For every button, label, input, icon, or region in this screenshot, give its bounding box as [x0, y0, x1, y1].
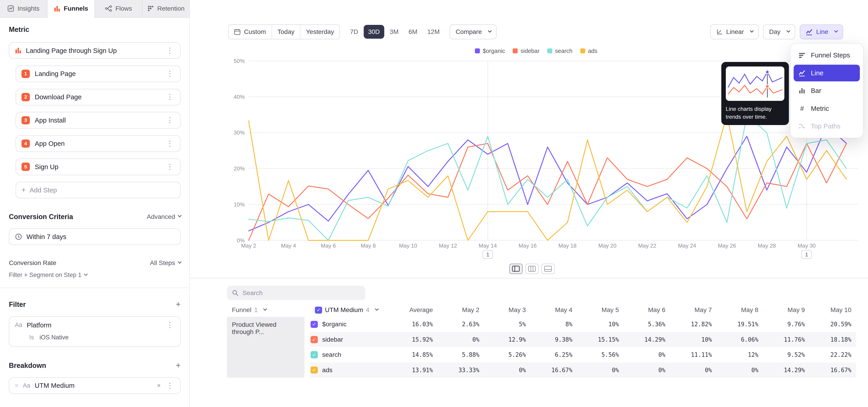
filter-platform-card[interactable]: Aa Platform ⋮ Is iOS Native [9, 316, 181, 347]
layout-split-toggle[interactable] [509, 264, 523, 274]
funnel-column-header[interactable]: Funnel1 [227, 304, 310, 317]
granularity-dropdown[interactable]: Day [763, 24, 795, 39]
kebab-menu-icon[interactable]: ⋮ [165, 382, 175, 389]
kebab-menu-icon[interactable]: ⋮ [165, 70, 175, 77]
chevron-down-icon [84, 272, 88, 276]
funnel-step-2[interactable]: 2Download Page⋮ [16, 89, 181, 105]
column-header: May 4 [531, 304, 578, 317]
filter-segment-toggle[interactable]: Filter + Segment on Step 1 [9, 272, 181, 279]
kebab-menu-icon[interactable]: ⋮ [165, 47, 175, 54]
granularity-label: Day [769, 28, 780, 35]
funnel-title-card[interactable]: Landing Page through Sign Up ⋮ [9, 42, 181, 59]
add-step-button[interactable]: + Add Step [16, 182, 181, 198]
scale-dropdown[interactable]: Linear [710, 24, 758, 39]
range-12m-button[interactable]: 12M [423, 25, 444, 39]
menu-item-line[interactable]: Line [794, 65, 860, 81]
menu-item-label: Bar [811, 87, 821, 95]
layout-columns-toggle[interactable] [525, 264, 539, 274]
chevron-down-icon [263, 307, 267, 311]
drag-handle-icon[interactable]: ≡ [15, 382, 19, 389]
funnel-step-5[interactable]: 5Sign Up⋮ [16, 158, 181, 175]
kebab-menu-icon[interactable]: ⋮ [165, 321, 175, 329]
chevron-down-icon [375, 307, 379, 311]
svg-text:1: 1 [486, 251, 489, 257]
funnel-step-1[interactable]: 1Landing Page⋮ [16, 66, 181, 82]
chart-type-dropdown[interactable]: Line [800, 24, 843, 39]
layout-rows-toggle[interactable] [541, 264, 555, 274]
layout-columns-icon [528, 266, 536, 272]
step-number-badge: 3 [22, 116, 30, 125]
series-row-label: ✓search [310, 347, 388, 362]
chart-type-menu: Funnel StepsLineBar#MetricTop Paths [790, 43, 864, 138]
add-breakdown-button[interactable]: + [176, 361, 180, 370]
menu-item-metric[interactable]: #Metric [794, 100, 860, 117]
menu-item-top-paths: Top Paths [794, 118, 860, 134]
search-icon [232, 290, 239, 296]
legend-item[interactable]: ads [580, 48, 597, 54]
linear-scale-icon [716, 29, 723, 35]
range-6m-button[interactable]: 6M [404, 25, 422, 39]
advanced-dropdown[interactable]: Advanced [147, 213, 181, 220]
series-name: sidebar [322, 336, 343, 343]
series-checkbox[interactable]: ✓ [311, 336, 318, 343]
value-cell: 0% [717, 363, 763, 378]
svg-text:May 10: May 10 [399, 243, 417, 249]
value-cell: 12% [717, 347, 763, 362]
add-filter-button[interactable]: + [176, 300, 180, 309]
chevron-down-icon [178, 214, 182, 218]
funnel-step-3[interactable]: 3App Install⋮ [16, 112, 181, 128]
funnel-name-cell[interactable]: Product Viewed through P... [227, 317, 305, 378]
legend-item[interactable]: $organic [475, 48, 505, 54]
tab-insights[interactable]: Insights [0, 0, 48, 17]
kebab-menu-icon[interactable]: ⋮ [165, 93, 175, 101]
range-30d-button[interactable]: 30D [364, 25, 384, 39]
kebab-menu-icon[interactable]: ⋮ [165, 140, 175, 147]
value-cell: 0% [624, 347, 671, 362]
filter-operator[interactable]: Is [29, 334, 34, 341]
series-checkbox[interactable]: ✓ [311, 351, 318, 358]
menu-item-funnel-steps[interactable]: Funnel Steps [794, 47, 860, 64]
breakdown-count: 4 [366, 306, 370, 314]
filter-value[interactable]: iOS Native [39, 334, 69, 341]
tab-flows[interactable]: Flows [95, 0, 143, 17]
breakdown-column-header[interactable]: ✓UTM Medium4 [310, 304, 388, 317]
today-label: Today [278, 28, 294, 35]
tab-funnels[interactable]: Funnels [48, 0, 95, 18]
today-button[interactable]: Today [272, 25, 301, 39]
compare-button[interactable]: Compare [450, 24, 497, 39]
tab-retention[interactable]: Retention [143, 0, 189, 17]
legend-swatch [547, 49, 552, 53]
legend-swatch [580, 49, 585, 53]
value-cell: 13.91% [388, 363, 438, 378]
svg-text:May 30: May 30 [798, 243, 815, 249]
close-icon[interactable]: × [157, 382, 161, 389]
yesterday-label: Yesterday [306, 28, 334, 35]
series-checkbox[interactable]: ✓ [311, 321, 318, 328]
range-3m-button[interactable]: 3M [385, 25, 403, 39]
range-7d-button[interactable]: 7D [346, 25, 363, 39]
legend-item[interactable]: sidebar [513, 48, 539, 54]
search-input[interactable] [243, 289, 361, 296]
layout-rows-icon [544, 266, 552, 272]
conversion-window[interactable]: Within 7 days [9, 228, 181, 245]
svg-text:May 12: May 12 [439, 243, 457, 249]
step-number-badge: 4 [22, 139, 30, 148]
conversion-criteria-heading: Conversion Criteria [9, 213, 73, 221]
tab-label: Flows [115, 5, 132, 12]
kebab-menu-icon[interactable]: ⋮ [165, 163, 175, 170]
compare-label: Compare [456, 28, 482, 35]
yesterday-button[interactable]: Yesterday [301, 25, 340, 39]
kebab-menu-icon[interactable]: ⋮ [165, 117, 175, 124]
series-checkbox[interactable]: ✓ [311, 367, 318, 374]
value-cell: 6.25% [531, 347, 578, 362]
menu-item-bar[interactable]: Bar [794, 82, 860, 99]
value-cell: 15.15% [577, 332, 624, 347]
breakdown-utm-card[interactable]: ≡ Aa UTM Medium × ⋮ [9, 377, 181, 394]
legend-item[interactable]: search [547, 48, 572, 54]
custom-date-button[interactable]: Custom [228, 25, 272, 39]
funnel-step-4[interactable]: 4App Open⋮ [16, 135, 181, 152]
select-all-checkbox[interactable]: ✓ [315, 307, 322, 314]
tooltip-text: Line charts display trends over time. [726, 105, 784, 121]
value-cell: 12.82% [671, 317, 717, 332]
all-steps-dropdown[interactable]: All Steps [150, 259, 181, 267]
